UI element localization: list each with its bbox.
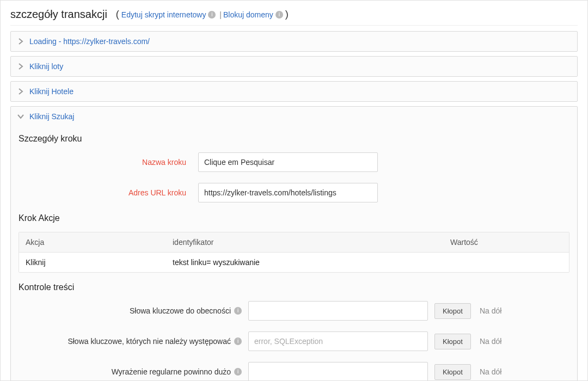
- steps-accordion: Loading - https://zylker-travels.com/ Kl…: [10, 31, 578, 381]
- down-label: Na dół: [471, 337, 501, 346]
- step-actions-title: Krok Akcje: [19, 213, 569, 223]
- keywords-absence-row: Słowa kluczowe, których nie należy wystę…: [19, 331, 569, 351]
- regex-row: Wyrażenie regularne powinno dużo i Kłopo…: [19, 362, 569, 381]
- step-name-input[interactable]: [198, 152, 378, 172]
- step-name-label: Nazwa kroku: [19, 158, 198, 167]
- page-title: szczegóły transakcji: [10, 8, 107, 21]
- actions-table-row: Kliknij tekst linku= wyszukiwanie: [19, 253, 569, 272]
- page-header: szczegóły transakcji ( Edytuj skrypt int…: [10, 8, 578, 26]
- info-icon[interactable]: i: [234, 337, 242, 345]
- chevron-down-icon: [17, 113, 24, 120]
- keywords-absence-input[interactable]: [248, 331, 428, 351]
- actions-table: Akcja identyfikator Wartość Kliknij teks…: [19, 232, 569, 273]
- trouble-button[interactable]: Kłopot: [434, 364, 471, 380]
- step-label: Kliknij loty: [29, 62, 63, 71]
- step-item-expanded: Kliknij Szukaj Szczegóły kroku Nazwa kro…: [10, 106, 578, 381]
- info-icon[interactable]: i: [234, 368, 242, 376]
- form-row-step-url: Adres URL kroku: [19, 183, 569, 202]
- th-action: Akcja: [19, 232, 166, 252]
- td-value: [444, 253, 569, 272]
- step-label: Kliknij Szukaj: [29, 112, 74, 121]
- step-item: Kliknij Hotele: [10, 81, 578, 102]
- step-header[interactable]: Loading - https://zylker-travels.com/: [11, 32, 577, 51]
- edit-script-link[interactable]: Edytuj skrypt internetowy: [121, 10, 206, 19]
- step-header[interactable]: Kliknij Szukaj: [11, 107, 577, 126]
- regex-label: Wyrażenie regularne powinno dużo i: [19, 367, 248, 376]
- block-domains-link[interactable]: Blokuj domeny: [223, 10, 273, 19]
- info-icon[interactable]: i: [234, 307, 242, 315]
- step-details-title: Szczegóły kroku: [19, 134, 569, 144]
- keywords-absence-label: Słowa kluczowe, których nie należy wystę…: [19, 337, 248, 346]
- form-row-step-name: Nazwa kroku: [19, 152, 569, 172]
- step-label: Kliknij Hotele: [29, 87, 74, 96]
- link-separator: |: [217, 10, 222, 19]
- keywords-presence-extras: Kłopot Na dół: [434, 303, 501, 319]
- step-header[interactable]: Kliknij Hotele: [11, 82, 577, 101]
- td-identifier: tekst linku= wyszukiwanie: [166, 253, 444, 272]
- keywords-absence-extras: Kłopot Na dół: [434, 334, 501, 349]
- keywords-presence-row: Słowa kluczowe do obecności i Kłopot Na …: [19, 301, 569, 321]
- regex-extras: Kłopot Na dół: [434, 364, 501, 380]
- step-header[interactable]: Kliknij loty: [11, 57, 577, 76]
- step-url-input[interactable]: [198, 183, 378, 202]
- td-action: Kliknij: [19, 253, 166, 272]
- down-label: Na dół: [471, 367, 501, 376]
- chevron-right-icon: [17, 38, 24, 45]
- paren-close: ): [284, 9, 290, 20]
- chevron-right-icon: [17, 63, 24, 70]
- chevron-right-icon: [17, 88, 24, 95]
- step-item: Loading - https://zylker-travels.com/: [10, 31, 578, 52]
- info-icon[interactable]: i: [275, 11, 283, 19]
- trouble-button[interactable]: Kłopot: [434, 334, 471, 349]
- th-value: Wartość: [444, 232, 569, 252]
- actions-table-head: Akcja identyfikator Wartość: [19, 232, 569, 253]
- info-icon[interactable]: i: [208, 11, 216, 19]
- step-item: Kliknij loty: [10, 56, 578, 77]
- step-body: Szczegóły kroku Nazwa kroku Adres URL kr…: [11, 126, 577, 381]
- trouble-button[interactable]: Kłopot: [434, 303, 471, 319]
- step-label: Loading - https://zylker-travels.com/: [29, 37, 150, 46]
- down-label: Na dół: [471, 306, 501, 315]
- content-checks-title: Kontrole treści: [19, 282, 569, 292]
- regex-input[interactable]: [248, 362, 428, 381]
- keywords-presence-input[interactable]: [248, 301, 428, 321]
- paren-open: (: [115, 9, 120, 20]
- th-identifier: identyfikator: [166, 232, 444, 252]
- step-url-label: Adres URL kroku: [19, 188, 198, 197]
- header-links: ( Edytuj skrypt internetowy i | Blokuj d…: [115, 9, 290, 20]
- keywords-presence-label: Słowa kluczowe do obecności i: [19, 306, 248, 315]
